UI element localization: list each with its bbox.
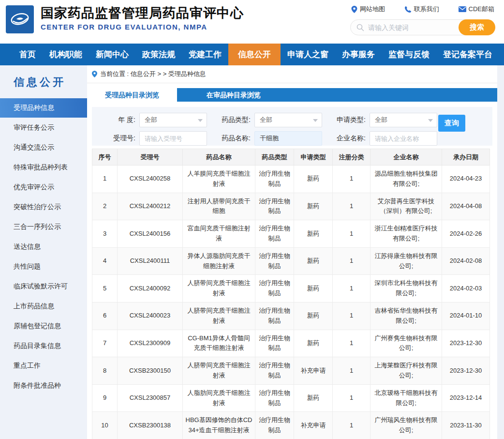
nav-item-5[interactable]: 党建工作 [182,44,228,65]
sidebar-item-4[interactable]: 特殊审批品种列表 [0,157,87,177]
filter-year: 年 度: 全部 [100,113,207,127]
table-cell: 新药 [294,384,333,412]
apply-type-label: 申请类型: [330,116,366,124]
table-cell: CXSL2400258 [118,166,183,193]
table-row: 7CXSL2300909CG-BM1异体人骨髓间充质干细胞注射液治疗用生物制品新… [92,330,490,357]
drug-name-input[interactable] [254,131,322,146]
table-cell: CXSL2300857 [118,384,183,412]
table-cell: 广州赛隽生物科技有限公司; [371,330,442,357]
table-cell: 2023-12-30 [442,357,490,385]
sidebar-item-7[interactable]: 三合一序列公示 [0,217,87,237]
table-cell: 治疗用生物制品 [255,357,294,385]
nav-item-1[interactable]: 首页 [13,44,43,65]
apply-type-select[interactable]: 全部 [370,113,437,127]
table-cell: 1 [92,166,118,193]
query-button[interactable]: 查询 [438,115,465,132]
year-label: 年 度: [100,116,135,124]
year-select[interactable]: 全部 [139,113,207,127]
table-cell: CG-BM1异体人骨髓间充质干细胞注射液 [183,330,255,357]
sitemap-label: 网站地图 [360,5,385,14]
table-header: 序号受理号药品名称药品类型申请类型注册分类企业名称承办日期 [92,149,490,166]
table-cell: 1 [333,275,371,303]
table-cell: 7 [92,330,118,357]
table-cell: 补充申请 [294,412,333,439]
table-cell: CXSB2300138 [118,412,183,439]
sidebar-item-12[interactable]: 原辅包登记信息 [0,316,87,336]
mail-icon [459,6,466,12]
drug-type-label: 药品类型: [215,116,251,124]
table-cell: 艾尔普再生医学科技（深圳）有限公司; [371,193,442,220]
filter-accept-no: 受理号: [100,131,207,146]
site-subtitle: CENTER FOR DRUG EVALUATION, NMPA [41,23,244,31]
column-header: 受理号 [118,149,183,166]
nav-item-7[interactable]: 申请人之窗 [281,44,335,65]
contact-link[interactable]: 联系我们 [404,5,439,14]
tab-accepted-catalog[interactable]: 受理品种目录浏览 [87,88,177,102]
sidebar-item-5[interactable]: 优先审评公示 [0,177,87,197]
drug-type-select[interactable]: 全部 [254,113,322,127]
page-body: 信息公开 受理品种信息审评任务公示沟通交流公示特殊审批品种列表优先审评公示突破性… [0,65,504,439]
sidebar-item-2[interactable]: 审评任务公示 [0,118,87,137]
accept-no-input[interactable] [139,131,207,146]
table-cell: 1 [333,247,371,275]
chevron-down-icon [198,119,203,122]
nav-item-2[interactable]: 机构职能 [43,44,89,65]
table-row: 10CXSB2300138HBG基因修饰的自体CD34+造血干细胞注射液治疗用生… [92,412,490,439]
filter-company: 企业名称: [330,131,437,146]
quick-links: 网站地图 联系我们 CDE邮箱 [350,5,495,14]
nav-item-4[interactable]: 政策法规 [135,44,182,65]
table-cell: 6 [92,302,118,330]
nav-item-10[interactable]: 登记备案平台 [436,44,499,65]
company-input[interactable] [370,131,437,146]
table-cell: 2023-11-30 [442,412,490,439]
table-cell: 2024-04-08 [442,193,490,220]
mail-link[interactable]: CDE邮箱 [459,5,494,14]
table-cell: 治疗用生物制品 [255,166,294,193]
table-cell: 治疗用生物制品 [255,275,294,303]
cde-logo-icon[interactable] [6,5,34,33]
column-header: 企业名称 [371,149,442,166]
sidebar-item-11[interactable]: 上市药品信息 [0,296,87,316]
table-cell: 2023-12-30 [442,330,490,357]
table-row: 2CXSL2400212注射用人脐带间充质干细胞治疗用生物制品新药1艾尔普再生医… [92,193,490,220]
search-button[interactable]: 搜索 [459,19,495,35]
sidebar-item-13[interactable]: 药品目录集信息 [0,336,87,356]
keyword-search-input[interactable] [364,24,459,31]
table-cell: 江苏得康生物科技有限公司; [371,247,442,275]
breadcrumb: 当前位置 : 信息公开 > > 受理品种信息 [87,65,497,83]
table-cell: 源品细胞生物科技集团有限公司; [371,166,442,193]
table-cell: 新药 [294,302,333,330]
filter-panel: 年 度: 全部 药品类型: 全部 申请类型: 全部 受理号: [92,107,492,146]
phone-icon [404,6,412,13]
table-cell: 5 [92,275,118,303]
sidebar-item-3[interactable]: 沟通交流公示 [0,137,87,157]
nav-item-9[interactable]: 监督与反馈 [382,44,436,65]
table-cell: CXSL2400212 [118,193,183,220]
breadcrumb-text: 当前位置 : 信息公开 > > 受理品种信息 [100,70,206,78]
sidebar-item-9[interactable]: 共性问题 [0,257,87,276]
table-cell: 2024-02-26 [442,220,490,248]
sitemap-link[interactable]: 网站地图 [351,5,385,14]
tab-under-review-catalog[interactable]: 在审品种目录浏览 [189,88,279,102]
sidebar-item-6[interactable]: 突破性治疗公示 [0,197,87,217]
table-cell: 治疗用生物制品 [255,330,294,357]
sidebar-item-15[interactable]: 附条件批准品种 [0,376,87,395]
mail-label: CDE邮箱 [469,5,494,14]
sidebar-item-1[interactable]: 受理品种信息 [0,98,87,118]
chevron-down-icon [313,119,318,122]
sidebar-item-10[interactable]: 临床试验默示许可 [0,276,87,296]
table-cell: 治疗用生物制品 [255,220,294,248]
company-label: 企业名称: [330,134,366,143]
main-nav: 首页机构职能新闻中心政策法规党建工作信息公开申请人之窗办事服务监督与反馈登记备案… [0,44,504,65]
table-cell: CXSL2400092 [118,275,183,303]
table-cell: 新药 [294,275,333,303]
nav-item-8[interactable]: 办事服务 [335,44,382,65]
sidebar-item-14[interactable]: 重点工作 [0,356,87,376]
table-cell: 1 [333,302,371,330]
table-row: 9CXSL2300857人脂肪间充质干细胞注射液治疗用生物制品新药1北京瑷格干细… [92,384,490,412]
sidebar-item-8[interactable]: 送达信息 [0,237,87,257]
nav-item-6[interactable]: 信息公开 [228,44,281,65]
filter-drug-type: 药品类型: 全部 [215,113,322,127]
column-header: 药品名称 [183,149,255,166]
nav-item-3[interactable]: 新闻中心 [89,44,135,65]
